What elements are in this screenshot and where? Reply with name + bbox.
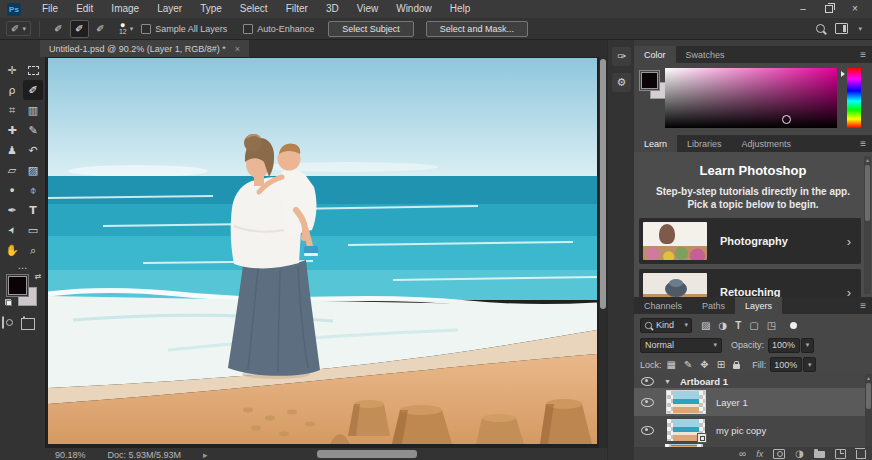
lock-pixels-icon[interactable]: ✎ [684,359,692,370]
select-and-mask-button[interactable]: Select and Mask... [426,21,528,37]
select-subject-button[interactable]: Select Subject [328,21,414,37]
filter-toggle-icon[interactable] [790,322,797,329]
tab-libraries[interactable]: Libraries [677,135,732,152]
lasso-tool[interactable]: ρ [2,80,22,100]
layer-thumbnail[interactable] [667,419,705,441]
layer-row-my-pic-copy[interactable]: my pic copy [634,416,865,444]
new-group-icon[interactable] [814,451,825,458]
default-colors-icon[interactable] [5,299,12,306]
type-tool[interactable]: T [23,200,43,220]
document-tab[interactable]: Untitled-1.psd @ 90.2% (Layer 1, RGB/8#)… [40,40,249,57]
menu-image[interactable]: Image [102,0,148,18]
panel-menu-icon[interactable]: ≡ [860,297,872,314]
add-layer-mask-icon[interactable] [773,449,785,459]
opacity-dropdown-button[interactable]: ▾ [801,338,814,353]
learn-card-photography[interactable]: Photography › [639,218,861,264]
visibility-eye-icon[interactable] [641,426,654,435]
blur-tool[interactable]: ⚫ [2,180,22,200]
lock-transparency-icon[interactable]: ▦ [667,359,676,370]
menu-layer[interactable]: Layer [148,0,191,18]
edit-toolbar-button[interactable]: … [0,262,45,270]
tab-layers[interactable]: Layers [735,297,782,314]
eraser-tool[interactable]: ▱ [2,160,22,180]
pen-tool[interactable]: ✒ [2,200,22,220]
quick-selection-tool[interactable]: ✐ [23,80,43,100]
new-layer-icon[interactable] [835,449,846,459]
gradient-tool[interactable]: ▨ [23,160,43,180]
link-layers-icon[interactable]: ∞ [739,448,746,459]
layers-scrollbar[interactable]: ▴ [865,374,872,447]
filter-pixel-layers-icon[interactable]: ▨ [701,320,710,331]
layer-row-layer1[interactable]: Layer 1 [634,388,865,416]
quick-mask-button[interactable] [2,317,22,328]
tab-color[interactable]: Color [634,46,676,63]
tab-adjustments[interactable]: Adjustments [732,135,802,152]
saturation-brightness-field[interactable] [665,68,837,128]
hue-slider[interactable] [847,68,861,128]
layer-row-artboard[interactable]: ▼ Artboard 1 [634,374,865,388]
auto-enhance-checkbox[interactable]: Auto-Enhance [243,24,314,34]
menu-view[interactable]: View [348,0,388,18]
scroll-up-icon[interactable]: ▴ [865,374,872,382]
menu-type[interactable]: Type [191,0,231,18]
brush-tool[interactable]: ✎ [23,120,43,140]
filter-smart-objects-icon[interactable]: ◳ [767,320,776,331]
fill-field[interactable]: 100% [770,357,802,372]
dodge-tool[interactable]: ⌽ [23,180,43,200]
scroll-thumb[interactable] [866,383,871,409]
lock-artboard-icon[interactable]: ⊞ [717,359,725,370]
screen-mode-button[interactable] [23,317,43,328]
minimize-button[interactable]: – [790,0,816,18]
layer-thumbnail[interactable] [667,391,705,413]
horizontal-scroll-thumb[interactable] [317,450,417,458]
menu-filter[interactable]: Filter [277,0,317,18]
marquee-tool[interactable] [23,60,43,80]
restore-button[interactable] [816,0,842,18]
filter-adjustment-layers-icon[interactable]: ◑ [718,320,727,331]
document-image[interactable] [48,58,597,444]
visibility-eye-icon[interactable] [641,398,654,407]
history-brush-tool[interactable]: ↶ [23,140,43,160]
status-expand-icon[interactable]: ▸ [203,450,208,460]
layer-style-fx-icon[interactable]: fx [756,449,763,459]
menu-window[interactable]: Window [387,0,441,18]
path-selection-tool[interactable]: ➤ [2,220,22,240]
menu-select[interactable]: Select [231,0,277,18]
swap-colors-icon[interactable]: ⇄ [35,272,42,281]
workspace-switcher-icon[interactable] [835,23,848,34]
zoom-level[interactable]: 90.18% [55,450,86,460]
healing-brush-tool[interactable]: ✚ [2,120,22,140]
tab-learn[interactable]: Learn [634,135,677,152]
menu-file[interactable]: File [33,0,67,18]
blend-mode-dropdown[interactable]: Normal ▾ [640,338,722,353]
visibility-eye-icon[interactable] [641,377,654,386]
tab-channels[interactable]: Channels [634,297,692,314]
zoom-tool[interactable]: ⌕ [23,240,43,260]
chevron-expand-icon[interactable]: ▼ [664,378,671,385]
menu-edit[interactable]: Edit [67,0,102,18]
menu-3d[interactable]: 3D [317,0,348,18]
shape-tool[interactable]: ▭ [23,220,43,240]
search-icon[interactable] [816,24,825,33]
lock-all-icon[interactable] [733,364,740,369]
canvas-vertical-scrollbar[interactable] [599,57,607,448]
new-selection-mode-button[interactable]: ✐ [49,20,68,38]
canvas-area[interactable] [45,57,599,448]
panel-menu-icon[interactable]: ≡ [860,135,872,152]
filter-shape-layers-icon[interactable]: ▢ [749,320,758,331]
filter-type-layers-icon[interactable]: T [735,320,741,331]
foreground-color-swatch[interactable] [8,276,27,295]
subtract-from-selection-mode-button[interactable]: ✐ [91,20,110,38]
move-tool[interactable]: ✛ [2,60,22,80]
hue-slider-marker[interactable] [841,71,845,77]
close-icon[interactable]: × [235,44,240,54]
scroll-thumb[interactable] [865,165,870,221]
tool-preset-picker[interactable]: ✐ ▾ [6,21,31,36]
tab-paths[interactable]: Paths [692,297,735,314]
scroll-up-icon[interactable]: ▴ [864,156,871,164]
add-to-selection-mode-button[interactable]: ✐ [70,20,89,38]
lock-position-icon[interactable]: ✥ [700,359,708,370]
tab-swatches[interactable]: Swatches [676,46,735,63]
fill-dropdown-button[interactable]: ▾ [803,357,816,372]
delete-layer-icon[interactable] [856,450,866,459]
